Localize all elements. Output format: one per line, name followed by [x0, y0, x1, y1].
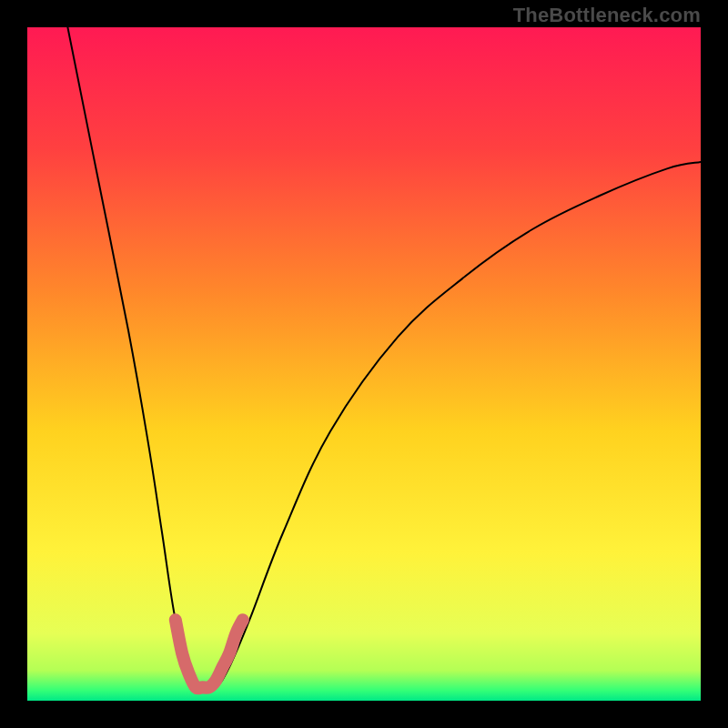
watermark-text: TheBottleneck.com: [513, 4, 701, 27]
curve-layer: [27, 27, 701, 701]
highlight-segment: [176, 620, 243, 688]
chart-frame: TheBottleneck.com: [0, 0, 728, 728]
bottleneck-curve: [67, 27, 701, 690]
plot-area: [27, 27, 701, 701]
